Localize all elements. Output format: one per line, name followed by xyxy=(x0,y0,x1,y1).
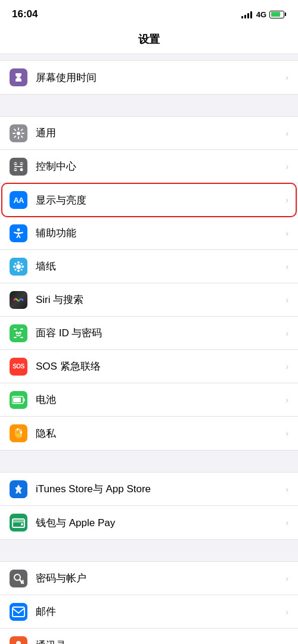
appstore-icon xyxy=(10,480,27,498)
section-gap-2 xyxy=(0,95,298,116)
settings-item-screen-time[interactable]: 屏幕使用时间 › xyxy=(0,61,298,94)
svg-point-10 xyxy=(16,264,21,269)
settings-item-face-id[interactable]: 面容 ID 与密码 › xyxy=(0,317,298,350)
svg-point-0 xyxy=(17,132,20,135)
screen-time-label: 屏幕使用时间 xyxy=(36,71,282,85)
privacy-icon: ✋ xyxy=(10,424,27,442)
svg-point-4 xyxy=(20,168,23,171)
battery-status-icon xyxy=(269,11,286,18)
signal-bars-icon xyxy=(241,10,252,18)
svg-rect-23 xyxy=(24,398,25,401)
privacy-label: 隐私 xyxy=(36,427,282,440)
status-icons: 4G xyxy=(241,10,286,19)
chevron-icon: › xyxy=(285,484,288,494)
general-icon xyxy=(10,124,27,142)
contacts-icon xyxy=(10,636,27,644)
settings-item-privacy[interactable]: ✋ 隐私 › xyxy=(0,417,298,450)
control-center-icon xyxy=(10,158,27,176)
settings-group-1: 屏幕使用时间 › xyxy=(0,60,298,95)
svg-rect-32 xyxy=(13,607,24,617)
display-brightness-label: 显示与亮度 xyxy=(36,193,282,207)
status-time: 16:04 xyxy=(12,8,38,20)
accessibility-label: 辅助功能 xyxy=(36,226,282,240)
chevron-icon: › xyxy=(285,574,288,583)
settings-item-general[interactable]: 通用 › xyxy=(0,117,298,150)
svg-point-12 xyxy=(17,270,20,272)
settings-item-itunes-appstore[interactable]: iTunes Store与 App Store › xyxy=(0,473,298,506)
battery-label: 电池 xyxy=(36,393,282,407)
chevron-icon: › xyxy=(285,518,288,527)
settings-item-mail[interactable]: 邮件 › xyxy=(0,595,298,629)
settings-item-wallpaper[interactable]: 墙纸 › xyxy=(0,250,298,283)
wallet-label: 钱包与 Apple Pay xyxy=(36,516,282,530)
svg-point-14 xyxy=(21,265,24,268)
svg-point-16 xyxy=(21,262,23,264)
svg-point-11 xyxy=(17,261,20,264)
wallpaper-label: 墙纸 xyxy=(36,260,282,273)
settings-item-display-brightness[interactable]: AA 显示与亮度 › xyxy=(0,183,298,217)
chevron-icon: › xyxy=(285,395,288,405)
section-gap-1 xyxy=(0,54,298,60)
svg-point-27 xyxy=(21,523,23,526)
mail-icon xyxy=(10,603,27,621)
section-gap-3 xyxy=(0,451,298,472)
chevron-icon: › xyxy=(285,162,288,171)
chevron-icon: › xyxy=(285,362,288,371)
settings-item-wallet[interactable]: 钱包与 Apple Pay › xyxy=(0,506,298,539)
svg-rect-22 xyxy=(13,398,21,402)
chevron-icon: › xyxy=(285,640,288,644)
contacts-label: 通讯录 xyxy=(36,639,282,645)
svg-point-33 xyxy=(16,641,21,644)
siri-label: Siri 与搜索 xyxy=(36,293,282,307)
settings-group-4: 密码与帐户 › 邮件 › 通讯录 › xyxy=(0,561,298,644)
chevron-icon: › xyxy=(285,262,288,271)
svg-rect-5 xyxy=(14,163,17,164)
wallpaper-icon xyxy=(10,258,27,276)
general-label: 通用 xyxy=(36,126,282,140)
svg-point-13 xyxy=(13,265,15,268)
chevron-icon: › xyxy=(285,329,288,338)
settings-item-accessibility[interactable]: 辅助功能 › xyxy=(0,217,298,250)
chevron-icon: › xyxy=(285,129,288,138)
settings-group-2: 通用 › 控制中心 › AA 显示与亮度 › xyxy=(0,116,298,451)
passwords-icon xyxy=(10,570,27,587)
settings-group-3: iTunes Store与 App Store › 钱包与 Apple Pay … xyxy=(0,472,298,540)
svg-text:✋: ✋ xyxy=(14,429,24,439)
page-title: 设置 xyxy=(138,33,160,45)
settings-item-siri[interactable]: Siri 与搜索 › xyxy=(0,283,298,317)
display-brightness-icon: AA xyxy=(10,191,27,209)
face-id-label: 面容 ID 与密码 xyxy=(36,326,282,340)
svg-point-18 xyxy=(21,268,23,270)
chevron-icon: › xyxy=(285,229,288,238)
settings-item-battery[interactable]: 电池 › xyxy=(0,383,298,417)
section-gap-4 xyxy=(0,540,298,561)
sos-icon: SOS xyxy=(10,358,27,376)
settings-item-contacts[interactable]: 通讯录 › xyxy=(0,629,298,644)
svg-point-9 xyxy=(17,228,20,231)
sos-label: SOS 紧急联络 xyxy=(36,359,282,373)
chevron-icon: › xyxy=(285,295,288,305)
chevron-icon: › xyxy=(285,429,288,438)
control-center-label: 控制中心 xyxy=(36,160,282,173)
svg-rect-7 xyxy=(14,166,23,167)
passwords-label: 密码与帐户 xyxy=(36,571,282,585)
wallet-icon xyxy=(10,514,27,532)
svg-rect-8 xyxy=(14,169,17,170)
svg-point-19 xyxy=(16,332,17,333)
svg-rect-26 xyxy=(13,520,24,523)
settings-item-sos[interactable]: SOS SOS 紧急联络 › xyxy=(0,350,298,383)
status-bar: 16:04 4G xyxy=(0,0,298,26)
itunes-appstore-label: iTunes Store与 App Store xyxy=(36,482,282,496)
svg-point-17 xyxy=(14,268,16,270)
chevron-icon: › xyxy=(285,607,288,617)
page-title-bar: 设置 xyxy=(0,26,298,54)
svg-point-15 xyxy=(14,262,16,264)
face-id-icon xyxy=(10,324,27,342)
mail-label: 邮件 xyxy=(36,605,282,618)
svg-rect-6 xyxy=(20,163,23,164)
signal-4g-icon: 4G xyxy=(256,10,266,19)
settings-item-passwords[interactable]: 密码与帐户 › xyxy=(0,562,298,595)
battery-icon xyxy=(10,391,27,409)
accessibility-icon xyxy=(10,224,27,242)
settings-item-control-center[interactable]: 控制中心 › xyxy=(0,150,298,183)
